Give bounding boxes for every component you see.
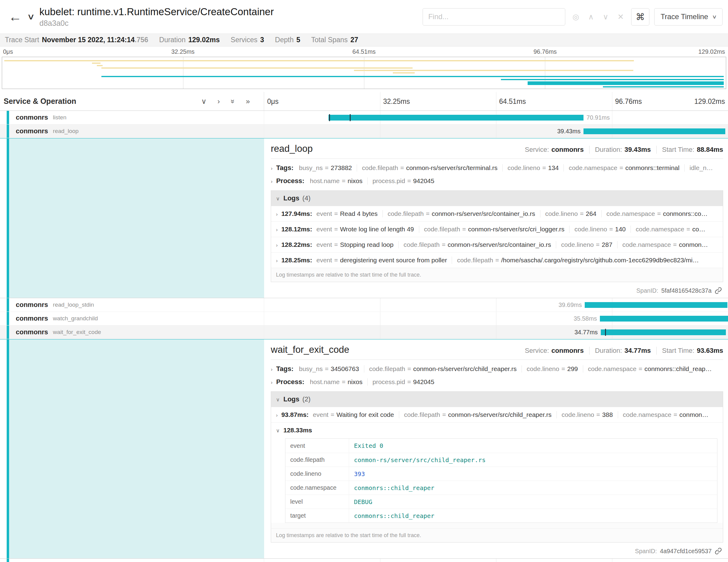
- back-button[interactable]: ←: [5, 10, 25, 23]
- gridline: [496, 559, 496, 562]
- tag-pill: busy_ns=273882: [299, 164, 357, 172]
- meta-start-time: Start Time:88.84ms: [656, 146, 723, 154]
- meta-service: Service:conmonrs: [525, 146, 584, 154]
- tags-accordian[interactable]: › Tags: busy_ns=34506763 code.filepath=c…: [271, 365, 723, 373]
- span-row-watch-grandchild[interactable]: conmonrs watch_grandchild 35.58ms: [0, 312, 728, 325]
- log-field-key: code.namespace: [636, 226, 684, 233]
- find-input[interactable]: [423, 8, 565, 26]
- log-entry[interactable]: › 127.94ms: event=Read 4 bytes code.file…: [271, 206, 723, 221]
- collapse-all-icon[interactable]: »: [229, 99, 237, 103]
- log-field: code.lineno=140: [569, 226, 631, 233]
- span-service: conmonrs: [16, 301, 48, 309]
- equals-sign: =: [334, 210, 338, 217]
- gridline: [380, 298, 380, 312]
- log-entry[interactable]: › 128.25ms: event=deregistering event so…: [271, 252, 723, 268]
- equals-sign: =: [334, 257, 338, 264]
- log-timestamp: 128.12ms:: [281, 226, 312, 233]
- next-result-icon[interactable]: ∨: [603, 12, 608, 21]
- span-timeline-cell: 39.43ms: [264, 124, 728, 138]
- equals-sign: =: [400, 164, 404, 171]
- log-field-value: conmon-rs/server/src/cri_logger.rs: [468, 226, 564, 233]
- minimap-canvas[interactable]: [2, 57, 726, 89]
- log-field: event=deregistering event source from po…: [316, 257, 452, 264]
- span-bar[interactable]: [601, 329, 726, 335]
- keyboard-shortcuts-button[interactable]: ⌘: [631, 8, 649, 26]
- log-entry-header[interactable]: ∨ 128.33ms: [271, 423, 723, 438]
- process-accordian[interactable]: › Process: host.name=nixos process.pid=9…: [271, 177, 723, 185]
- span-row-write-exit-path[interactable]: conmonrs write_exit_path 303μs: [0, 559, 728, 562]
- meta-label: Service:: [525, 347, 549, 354]
- tag-key: code.namespace: [588, 365, 637, 372]
- tags-accordian[interactable]: › Tags: busy_ns=273882 code.filepath=con…: [271, 164, 723, 172]
- log-entry-expanded: ∨ 128.33ms eventExited 0 code.filepathco…: [271, 422, 723, 523]
- equals-sign: =: [442, 411, 446, 418]
- field-key: target: [285, 509, 349, 523]
- logs-accordian-header[interactable]: ∨ Logs (4): [271, 191, 723, 206]
- chevron-right-icon: ›: [276, 227, 278, 233]
- span-duration-label: 35.58ms: [573, 315, 597, 322]
- process-accordian[interactable]: › Process: host.name=nixos process.pid=9…: [271, 378, 723, 386]
- log-field-key: code.filepath: [457, 257, 493, 264]
- tag-key: code.lineno: [508, 164, 540, 171]
- expand-one-icon[interactable]: ›: [217, 97, 220, 106]
- prev-result-icon[interactable]: ∧: [588, 12, 594, 21]
- minimap-span-bar: [4, 60, 634, 61]
- summary-label: Total Spans: [311, 36, 348, 44]
- log-entry[interactable]: › 128.12ms: event=Wrote log line of leng…: [271, 221, 723, 237]
- log-field: code.filepath=conmon-rs/server/src/cri_l…: [419, 226, 570, 233]
- minimap-span-bar: [603, 86, 724, 87]
- field-key: code.lineno: [285, 467, 349, 481]
- meta-value: 39.43ms: [624, 146, 651, 153]
- log-field-key: event: [316, 257, 332, 264]
- span-row-listen[interactable]: conmonrs listen 70.91ms: [0, 111, 728, 124]
- focus-match-icon[interactable]: ◎: [573, 12, 579, 21]
- log-entry[interactable]: › 128.22ms: event=Stopping read loop cod…: [271, 237, 723, 252]
- equals-sign: =: [407, 378, 411, 385]
- tag-pill: code.filepath=conmon-rs/server/src/child…: [364, 365, 522, 373]
- meta-value: 93.63ms: [697, 347, 723, 354]
- deep-link-icon[interactable]: [715, 287, 722, 294]
- chevron-right-icon: ›: [271, 366, 273, 373]
- timeline-minimap: 0μs 32.25ms 64.51ms 96.76ms 129.02ms: [0, 46, 728, 89]
- span-row-read-loop-stdin[interactable]: conmonrs read_loop_stdin 39.69ms: [0, 298, 728, 312]
- log-field: code.namespace=conmonrs::co…: [601, 210, 713, 217]
- span-row-wait-for-exit-code[interactable]: conmonrs wait_for_exit_code 34.77ms: [0, 325, 728, 339]
- gridline: [380, 559, 380, 562]
- log-timestamp: 128.25ms:: [281, 257, 312, 264]
- equals-sign: =: [331, 411, 334, 418]
- clear-search-icon[interactable]: ✕: [617, 12, 624, 21]
- trace-view-selector-button[interactable]: Trace Timeline ∨: [654, 8, 723, 26]
- span-bar[interactable]: [585, 302, 727, 308]
- expand-all-icon[interactable]: »: [246, 97, 250, 106]
- log-fields-table: eventExited 0 code.filepathconmon-rs/ser…: [285, 438, 717, 523]
- equals-sign: =: [334, 241, 338, 248]
- span-bar[interactable]: [583, 128, 725, 134]
- equals-sign: =: [619, 164, 623, 171]
- span-bar[interactable]: [328, 115, 583, 121]
- gridline: [612, 559, 612, 562]
- log-field: event=Wrote log line of length 49: [316, 226, 419, 233]
- summary-label: Trace Start: [5, 36, 39, 44]
- logs-accordian-header[interactable]: ∨ Logs (2): [271, 392, 723, 407]
- log-field-value: Waiting for exit code: [336, 411, 394, 418]
- log-field: code.filepath=conmon-rs/server/src/child…: [399, 411, 556, 418]
- span-row-read-loop[interactable]: conmonrs read_loop 39.43ms: [0, 124, 728, 138]
- span-detail-header: wait_for_exit_code Service:conmonrs Dura…: [271, 344, 723, 360]
- field-key: code.filepath: [285, 453, 349, 467]
- span-detail-panel: wait_for_exit_code Service:conmonrs Dura…: [264, 339, 728, 558]
- collapse-one-icon[interactable]: ∨: [201, 97, 207, 106]
- chevron-right-icon: ›: [276, 242, 278, 248]
- span-color-indicator: [7, 312, 9, 325]
- log-entry[interactable]: › 93.87ms: event=Waiting for exit code c…: [271, 407, 723, 422]
- collapse-title-chevron-icon[interactable]: ∨: [27, 12, 35, 22]
- span-bar[interactable]: [600, 316, 728, 322]
- log-field-key: code.filepath: [424, 226, 460, 233]
- span-detail-meta: Service:conmonrs Duration:34.77ms Start …: [525, 347, 723, 355]
- span-color-indicator: [7, 111, 9, 124]
- field-key: level: [285, 495, 349, 509]
- log-field-value: 140: [615, 226, 626, 233]
- gridline: [612, 92, 612, 111]
- log-field-key: code.lineno: [545, 210, 578, 217]
- title-block: kubelet: runtime.v1.RuntimeService/Creat…: [39, 6, 274, 28]
- deep-link-icon[interactable]: [715, 547, 722, 555]
